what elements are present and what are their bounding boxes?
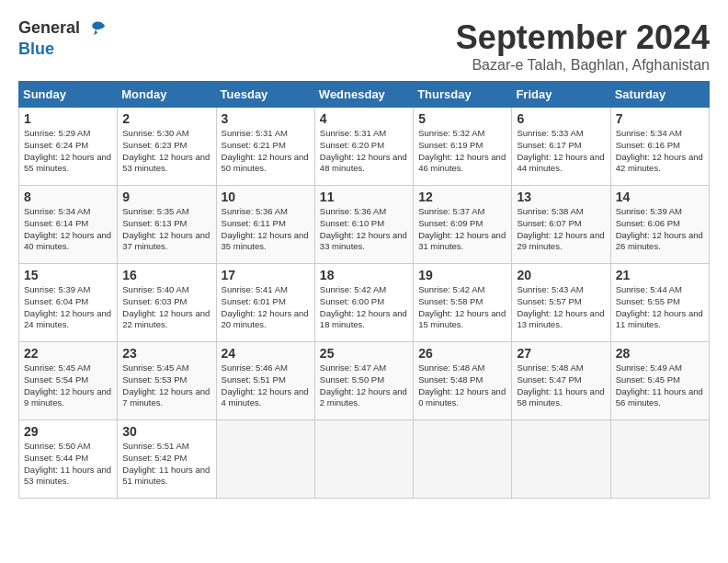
day-number: 25 [320,346,408,361]
logo-blue: Blue [18,40,54,58]
day-info: Sunrise: 5:51 AMSunset: 5:42 PMDaylight:… [122,441,210,486]
day-info: Sunrise: 5:31 AMSunset: 6:20 PMDaylight:… [320,128,407,173]
calendar-row-5: 29 Sunrise: 5:50 AMSunset: 5:44 PMDaylig… [19,420,710,499]
calendar-cell: 11 Sunrise: 5:36 AMSunset: 6:10 PMDaylig… [314,186,413,264]
day-info: Sunrise: 5:30 AMSunset: 6:23 PMDaylight:… [122,128,210,173]
day-number: 13 [517,190,605,204]
calendar-cell: 10 Sunrise: 5:36 AMSunset: 6:11 PMDaylig… [216,186,314,264]
day-info: Sunrise: 5:42 AMSunset: 6:00 PMDaylight:… [320,284,407,329]
day-info: Sunrise: 5:29 AMSunset: 6:24 PMDaylight:… [24,128,111,173]
weekday-header-row: SundayMondayTuesdayWednesdayThursdayFrid… [19,82,710,108]
calendar-cell: 28 Sunrise: 5:49 AMSunset: 5:45 PMDaylig… [610,342,709,420]
day-info: Sunrise: 5:40 AMSunset: 6:03 PMDaylight:… [122,284,210,329]
weekday-header-friday: Friday [512,82,610,108]
calendar-cell: 23 Sunrise: 5:45 AMSunset: 5:53 PMDaylig… [118,342,216,420]
day-info: Sunrise: 5:34 AMSunset: 6:16 PMDaylight:… [616,128,703,173]
calendar-cell [216,420,314,499]
weekday-header-wednesday: Wednesday [314,82,413,108]
calendar-cell: 4 Sunrise: 5:31 AMSunset: 6:20 PMDayligh… [314,108,413,186]
day-info: Sunrise: 5:49 AMSunset: 5:45 PMDaylight:… [616,362,703,408]
day-info: Sunrise: 5:45 AMSunset: 5:54 PMDaylight:… [24,362,111,408]
logo-bird-icon [86,18,108,40]
day-number: 22 [24,346,112,361]
day-info: Sunrise: 5:31 AMSunset: 6:21 PMDaylight:… [222,128,309,173]
title-section: September 2024 Bazar-e Talah, Baghlan, A… [456,18,710,74]
day-info: Sunrise: 5:42 AMSunset: 5:58 PMDaylight:… [418,284,506,329]
weekday-header-sunday: Sunday [19,82,118,108]
day-number: 11 [320,190,408,204]
day-info: Sunrise: 5:32 AMSunset: 6:19 PMDaylight:… [418,128,506,173]
day-number: 27 [517,346,605,361]
day-number: 6 [517,111,605,126]
day-info: Sunrise: 5:45 AMSunset: 5:53 PMDaylight:… [122,362,210,408]
calendar-cell: 8 Sunrise: 5:34 AMSunset: 6:14 PMDayligh… [19,186,118,264]
calendar-cell: 5 Sunrise: 5:32 AMSunset: 6:19 PMDayligh… [414,108,512,186]
calendar-cell: 12 Sunrise: 5:37 AMSunset: 6:09 PMDaylig… [414,186,512,264]
day-info: Sunrise: 5:34 AMSunset: 6:14 PMDaylight:… [24,206,111,251]
day-number: 17 [222,268,310,282]
calendar-cell: 14 Sunrise: 5:39 AMSunset: 6:06 PMDaylig… [610,186,709,264]
day-number: 10 [222,190,310,204]
day-number: 28 [616,346,704,361]
logo-line1: General [18,18,108,40]
calendar-cell: 13 Sunrise: 5:38 AMSunset: 6:07 PMDaylig… [512,186,610,264]
calendar-cell: 26 Sunrise: 5:48 AMSunset: 5:48 PMDaylig… [414,342,512,420]
day-info: Sunrise: 5:50 AMSunset: 5:44 PMDaylight:… [24,441,111,486]
calendar-cell: 29 Sunrise: 5:50 AMSunset: 5:44 PMDaylig… [19,420,118,499]
calendar-cell: 24 Sunrise: 5:46 AMSunset: 5:51 PMDaylig… [216,342,314,420]
calendar-cell: 1 Sunrise: 5:29 AMSunset: 6:24 PMDayligh… [19,108,118,186]
calendar-cell: 9 Sunrise: 5:35 AMSunset: 6:13 PMDayligh… [118,186,216,264]
calendar-cell: 21 Sunrise: 5:44 AMSunset: 5:55 PMDaylig… [610,264,709,342]
day-number: 7 [616,111,704,126]
month-title: September 2024 [456,18,710,57]
calendar-cell: 25 Sunrise: 5:47 AMSunset: 5:50 PMDaylig… [314,342,413,420]
location-title: Bazar-e Talah, Baghlan, Afghanistan [456,57,710,74]
weekday-header-tuesday: Tuesday [216,82,314,108]
calendar-table: SundayMondayTuesdayWednesdayThursdayFrid… [18,81,710,499]
calendar-row-3: 15 Sunrise: 5:39 AMSunset: 6:04 PMDaylig… [19,264,710,342]
day-number: 19 [418,268,506,282]
logo-general: General [18,18,80,37]
weekday-header-saturday: Saturday [610,82,709,108]
day-info: Sunrise: 5:44 AMSunset: 5:55 PMDaylight:… [616,284,703,329]
day-info: Sunrise: 5:37 AMSunset: 6:09 PMDaylight:… [418,206,506,251]
calendar-cell: 6 Sunrise: 5:33 AMSunset: 6:17 PMDayligh… [512,108,610,186]
day-number: 9 [122,190,210,204]
day-number: 1 [24,111,112,126]
day-info: Sunrise: 5:47 AMSunset: 5:50 PMDaylight:… [320,362,407,408]
day-info: Sunrise: 5:46 AMSunset: 5:51 PMDaylight:… [222,362,309,408]
day-number: 20 [517,268,605,282]
calendar-cell [512,420,610,499]
day-number: 3 [222,111,310,126]
calendar-cell: 22 Sunrise: 5:45 AMSunset: 5:54 PMDaylig… [19,342,118,420]
day-info: Sunrise: 5:36 AMSunset: 6:11 PMDaylight:… [222,206,309,251]
day-number: 30 [122,424,210,439]
calendar-cell [314,420,413,499]
day-info: Sunrise: 5:43 AMSunset: 5:57 PMDaylight:… [517,284,604,329]
calendar-cell: 3 Sunrise: 5:31 AMSunset: 6:21 PMDayligh… [216,108,314,186]
day-info: Sunrise: 5:48 AMSunset: 5:47 PMDaylight:… [517,362,604,408]
calendar-cell [414,420,512,499]
day-info: Sunrise: 5:36 AMSunset: 6:10 PMDaylight:… [320,206,407,251]
day-number: 8 [24,190,112,204]
day-number: 14 [616,190,704,204]
calendar-cell: 19 Sunrise: 5:42 AMSunset: 5:58 PMDaylig… [414,264,512,342]
day-info: Sunrise: 5:39 AMSunset: 6:06 PMDaylight:… [616,206,703,251]
calendar-cell: 18 Sunrise: 5:42 AMSunset: 6:00 PMDaylig… [314,264,413,342]
day-number: 21 [616,268,704,282]
day-number: 18 [320,268,408,282]
day-number: 24 [222,346,310,361]
day-number: 5 [418,111,506,126]
calendar-cell: 15 Sunrise: 5:39 AMSunset: 6:04 PMDaylig… [19,264,118,342]
day-number: 4 [320,111,408,126]
weekday-header-thursday: Thursday [414,82,512,108]
page-header: General Blue September 2024 Bazar-e Tala… [18,18,710,74]
logo: General Blue [18,18,108,59]
calendar-cell: 7 Sunrise: 5:34 AMSunset: 6:16 PMDayligh… [610,108,709,186]
day-info: Sunrise: 5:35 AMSunset: 6:13 PMDaylight:… [122,206,210,251]
day-info: Sunrise: 5:48 AMSunset: 5:48 PMDaylight:… [418,362,506,408]
calendar-cell: 16 Sunrise: 5:40 AMSunset: 6:03 PMDaylig… [118,264,216,342]
calendar-cell: 2 Sunrise: 5:30 AMSunset: 6:23 PMDayligh… [118,108,216,186]
day-number: 23 [122,346,210,361]
day-number: 2 [122,111,210,126]
